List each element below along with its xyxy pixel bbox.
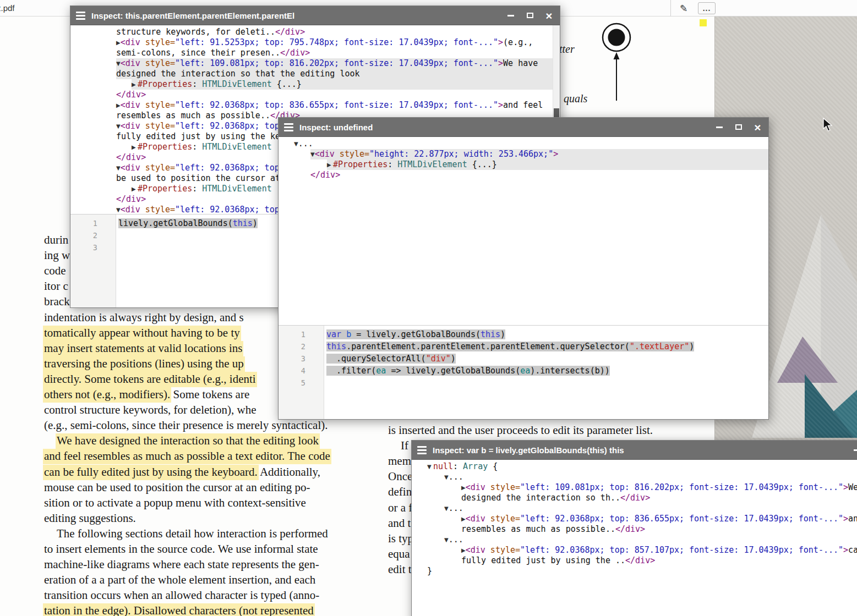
- pdf-filename: z.pdf: [0, 0, 15, 16]
- tree-node[interactable]: structure keywords, for deleti..</div>: [116, 27, 560, 37]
- editor-gutter: 123: [70, 215, 116, 307]
- tree-node[interactable]: </div>: [310, 170, 768, 180]
- tree-node[interactable]: ▼...: [294, 139, 768, 149]
- inspector-window-3: Inspect: var b = lively.getGlobalBounds(…: [411, 440, 857, 616]
- pdf-text-line: tation in the edge). Disallowed characte…: [44, 603, 314, 616]
- pdf-text-line: control structure keywords, for deletion…: [44, 402, 256, 417]
- pdf-text-line: The following sections detail how intera…: [57, 526, 328, 541]
- tree-node[interactable]: ▼<div style="height: 22.877px; width: 25…: [310, 149, 768, 160]
- pdf-text-line: and t: [388, 515, 411, 531]
- pdf-text-line: edit t: [388, 562, 412, 577]
- yellow-annotation-marker[interactable]: [700, 19, 707, 26]
- pdf-text-line: others not (e.g., modifiers). Some token…: [44, 387, 249, 402]
- pdf-text-line: is typ: [388, 531, 413, 546]
- maximize-button[interactable]: [734, 123, 743, 131]
- pencil-icon: ✎: [680, 3, 687, 14]
- tree-node[interactable]: ▼ null: Array {: [427, 461, 857, 472]
- pdf-text-line: durin: [44, 232, 68, 248]
- tree-node[interactable]: designed the interaction so th..</div>: [461, 493, 857, 503]
- pdf-text-line: sition or to activate a popup menu with …: [44, 495, 306, 510]
- window-titlebar[interactable]: Inspect: this.parentElement.parentElemen…: [70, 6, 560, 25]
- pdf-text-line: and feel resembles as much as possible a…: [44, 448, 330, 464]
- close-button[interactable]: ×: [545, 12, 553, 20]
- tree-node[interactable]: </div>: [116, 90, 560, 100]
- window-titlebar[interactable]: Inspect: var b = lively.getGlobalBounds(…: [412, 441, 857, 460]
- object-tree[interactable]: ▼ null: Array {▼...▶<div style="left: 10…: [412, 460, 857, 616]
- pdf-diagram-label-lower: quals: [564, 92, 587, 105]
- code-line[interactable]: .querySelectorAll("div"): [326, 353, 768, 365]
- tree-node[interactable]: resembles as much as possible..</div>: [461, 524, 857, 535]
- tree-node[interactable]: ▼<div style="left: 109.081px; top: 816.2…: [116, 58, 560, 69]
- code-line[interactable]: this.parentElement.parentElement.parentE…: [326, 340, 768, 353]
- line-number: 5: [279, 377, 324, 389]
- tree-node[interactable]: ▶ #Properties: HTMLDivElement {...}: [132, 79, 560, 90]
- pdf-text-line: machine-like diagrams where each state r…: [44, 557, 319, 572]
- pdf-text-line: mouse can be used to position the cursor…: [44, 480, 310, 495]
- pdf-text-line: is inserted and the user proceeds to edi…: [388, 422, 653, 438]
- minimize-button[interactable]: [853, 446, 857, 454]
- line-number: 1: [70, 217, 116, 229]
- minimize-button[interactable]: [506, 12, 515, 20]
- tree-node[interactable]: ▼...: [444, 472, 857, 482]
- window-menu-icon[interactable]: [417, 446, 427, 454]
- pdf-text-line: traversing the positions (lines) using t…: [44, 356, 244, 371]
- line-number: 1: [279, 328, 324, 340]
- annotate-button[interactable]: ✎: [676, 1, 691, 15]
- tree-node[interactable]: ▼...: [444, 535, 857, 545]
- window-titlebar[interactable]: Inspect: undefined ×: [279, 118, 768, 137]
- tree-node[interactable]: designed the interaction so that the edi…: [116, 69, 560, 79]
- line-number: 2: [70, 229, 116, 241]
- code-line[interactable]: var b = lively.getGlobalBounds(this): [326, 328, 768, 340]
- inspector-window-2: Inspect: undefined × ▼...▼<div style="he…: [278, 117, 769, 420]
- pdf-text-line: Once: [388, 469, 412, 484]
- tree-node[interactable]: ▶<div style="left: 92.0368px; top: 857.1…: [461, 545, 857, 556]
- window-title: Inspect: undefined: [299, 123, 373, 132]
- window-menu-icon[interactable]: [76, 12, 85, 20]
- pdf-text-line: itor c: [44, 278, 68, 294]
- pdf-text-line: We have designed the interaction so that…: [57, 433, 319, 448]
- window-title: Inspect: this.parentElement.parentElemen…: [91, 11, 294, 20]
- pdf-text-line: transition occurs when an allowed charac…: [44, 587, 319, 603]
- pdf-text-line: may insert statements at valid locations…: [44, 340, 242, 356]
- tree-node[interactable]: fully edited just by using the ..</div>: [461, 556, 857, 566]
- window-title: Inspect: var b = lively.getGlobalBounds(…: [433, 446, 624, 455]
- tree-node[interactable]: semi-colons, since their presen..</div>: [116, 48, 560, 58]
- pdf-text-line: equa: [388, 546, 410, 562]
- pdf-text-line: ing w: [44, 248, 70, 263]
- pdf-text-line: indentation is always right by design, a…: [44, 310, 244, 325]
- pdf-text-line: defin: [388, 484, 412, 499]
- more-options-button[interactable]: ...: [698, 2, 716, 14]
- tree-node[interactable]: ▶<div style="left: 109.081px; top: 816.2…: [461, 482, 857, 493]
- maximize-button[interactable]: [526, 12, 534, 20]
- line-number: 2: [279, 340, 324, 353]
- editor-code-area[interactable]: var b = lively.getGlobalBounds(this)this…: [325, 326, 768, 419]
- pdf-text-line: (e.g., semi-colons, since their presence…: [44, 417, 327, 433]
- tree-node[interactable]: ▶<div style="left: 92.0368px; top: 836.6…: [116, 100, 560, 111]
- pdf-text-line: or a f: [388, 500, 412, 515]
- close-button[interactable]: ×: [754, 123, 762, 131]
- pdf-text-line: code: [44, 263, 66, 278]
- code-line[interactable]: .filter(ea => lively.getGlobalBounds(ea)…: [326, 365, 768, 377]
- pdf-diagram-label-upper: tter: [559, 43, 575, 56]
- tree-node[interactable]: }: [427, 566, 857, 576]
- ellipsis-icon: ...: [703, 4, 711, 13]
- code-editor[interactable]: 12345 var b = lively.getGlobalBounds(thi…: [279, 325, 768, 419]
- dom-tree[interactable]: ▼...▼<div style="height: 22.877px; width…: [279, 137, 768, 325]
- tree-node[interactable]: ▶<div style="left: 91.5253px; top: 795.7…: [116, 37, 560, 48]
- tree-node[interactable]: ▶ #Properties: HTMLDivElement {...}: [327, 160, 768, 170]
- pdf-text-line: brack: [44, 294, 70, 309]
- pdf-text-line: editing suggestions.: [44, 510, 136, 526]
- pdf-text-line: mem: [388, 453, 411, 469]
- minimize-button[interactable]: [715, 123, 723, 131]
- tree-node[interactable]: ▼...: [444, 503, 857, 514]
- line-number: 3: [279, 353, 324, 365]
- pdf-text-line: to insert elements in the source code. W…: [44, 541, 318, 557]
- pdf-text-line: tomatically appear without having to be …: [44, 325, 240, 340]
- code-line[interactable]: [326, 377, 768, 389]
- pdf-text-line: can be fully edited just by using the ke…: [44, 464, 320, 480]
- window-menu-icon[interactable]: [284, 123, 293, 131]
- editor-gutter: 12345: [279, 326, 324, 419]
- screen: durining wcodeitor cbrackindentation is …: [0, 0, 857, 616]
- tree-node[interactable]: ▶<div style="left: 92.0368px; top: 836.6…: [461, 514, 857, 524]
- line-number: 3: [70, 241, 116, 254]
